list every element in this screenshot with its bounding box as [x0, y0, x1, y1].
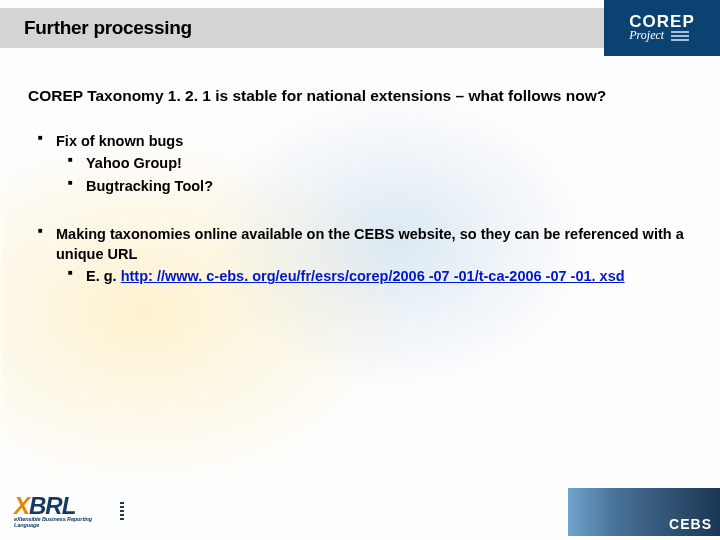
cebs-logo-text: CEBS [669, 516, 712, 532]
xbrl-logo: XBRL eXtensible Business Reporting Langu… [14, 494, 118, 536]
title-bar: Further processing COREP Project [0, 0, 720, 56]
list-item-text: Yahoo Group! [86, 155, 182, 171]
xbrl-subtitle: eXtensible Business Reporting Language [14, 516, 118, 528]
list-item: Yahoo Group! [86, 153, 692, 173]
content-heading: COREP Taxonomy 1. 2. 1 is stable for nat… [28, 86, 692, 107]
xbrl-x: X [14, 492, 29, 519]
list-item: E. g. http: //www. c-ebs. org/eu/fr/esrs… [86, 266, 692, 286]
xbrl-logo-main: XBRL [14, 494, 118, 518]
footer: XBRL eXtensible Business Reporting Langu… [0, 490, 720, 538]
xbrl-bar-icon [120, 502, 124, 522]
url-link[interactable]: http: //www. c-ebs. org/eu/fr/esrs/corep… [121, 268, 625, 284]
xbrl-brl: BRL [29, 492, 75, 519]
slide-title: Further processing [0, 8, 604, 48]
list-item: Making taxonomies online available on th… [56, 224, 692, 287]
corep-logo-box: COREP Project [604, 0, 720, 56]
corep-logo-line2: Project [629, 29, 694, 42]
list-item: Bugtracking Tool? [86, 176, 692, 196]
list-item-text: Fix of known bugs [56, 133, 183, 149]
sub-list: E. g. http: //www. c-ebs. org/eu/fr/esrs… [56, 266, 692, 286]
slide-content: COREP Taxonomy 1. 2. 1 is stable for nat… [0, 56, 720, 287]
list-item-prefix: E. g. [86, 268, 121, 284]
list-item: Fix of known bugs Yahoo Group! Bugtracki… [56, 131, 692, 196]
sub-list: Yahoo Group! Bugtracking Tool? [56, 153, 692, 196]
corep-logo: COREP Project [629, 13, 694, 42]
list-item-text: Bugtracking Tool? [86, 178, 213, 194]
list-item-text: Making taxonomies online available on th… [56, 226, 684, 262]
cebs-logo-box: CEBS [568, 488, 720, 536]
corep-logo-bars-icon [671, 31, 689, 43]
bullet-list: Fix of known bugs Yahoo Group! Bugtracki… [28, 131, 692, 287]
corep-logo-line2-text: Project [629, 28, 664, 42]
